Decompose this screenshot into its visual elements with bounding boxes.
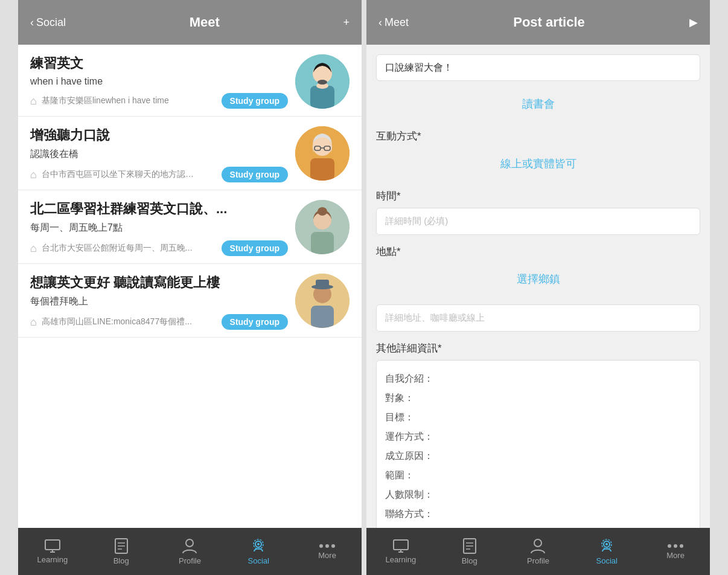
nav-learning-right[interactable]: Learning — [377, 539, 425, 564]
detail-line-8: 聯絡方式： — [385, 504, 691, 524]
detail-box[interactable]: 自我介紹： 對象： 目標： 運作方式： 成立原因： 範圍： 人數限制： 聯絡方式… — [376, 360, 700, 528]
nav-more-left[interactable]: More — [303, 544, 351, 560]
home-icon-1: ⌂ — [30, 95, 37, 108]
svg-point-46 — [674, 544, 677, 548]
right-bottom-nav: Learning Blog Profile — [366, 528, 710, 575]
svg-rect-34 — [394, 540, 408, 550]
nav-profile-label-right: Profile — [527, 556, 549, 565]
detail-line-6: 範圍： — [385, 466, 691, 485]
svg-rect-7 — [310, 158, 334, 181]
home-icon-3: ⌂ — [30, 242, 37, 255]
svg-point-31 — [319, 544, 323, 548]
study-group-badge-3: Study group — [222, 240, 288, 256]
svg-rect-13 — [311, 232, 334, 254]
meet-title-3: 北二區學習社群練習英文口說、... — [30, 200, 288, 218]
left-phone: ‹ Social Meet + 練習英文 when i have time ⌂ … — [18, 0, 362, 575]
location-select-button[interactable]: 選擇鄉鎮 — [376, 263, 700, 295]
time-input-placeholder[interactable]: 詳細時間 (必填) — [376, 208, 700, 235]
svg-rect-17 — [311, 306, 334, 328]
meet-subtitle-2: 認識後在橋 — [30, 148, 288, 161]
left-header-title: Meet — [190, 14, 220, 30]
avatar-2 — [295, 126, 350, 181]
detail-line-4: 運作方式： — [385, 427, 691, 446]
blog-icon — [115, 538, 128, 554]
meet-title-1: 練習英文 — [30, 54, 288, 72]
location-label: 地點* — [376, 245, 700, 259]
table-row[interactable]: 北二區學習社群練習英文口說、... 每周一、周五晚上7點 ⌂ 台北市大安區公館附… — [18, 190, 362, 264]
detail-line-1: 自我介紹： — [385, 369, 691, 388]
home-icon-2: ⌂ — [30, 169, 37, 181]
svg-point-32 — [325, 544, 329, 548]
meet-subtitle-4: 每個禮拜晚上 — [30, 295, 288, 308]
more-icon-left — [319, 544, 336, 548]
right-back-button[interactable]: ‹ Meet — [378, 16, 409, 29]
meet-location-2: 台中市西屯區可以坐下來聊天的地方認識... — [42, 169, 199, 180]
right-header-title: Post article — [513, 14, 585, 30]
nav-blog-label-right: Blog — [462, 556, 477, 565]
nav-more-label-right: More — [666, 551, 685, 560]
meet-location-1: 基隆市安樂區linewhen i have time — [42, 95, 199, 106]
add-button[interactable]: + — [343, 16, 350, 29]
svg-rect-20 — [45, 540, 60, 550]
nav-learning-left[interactable]: Learning — [28, 539, 77, 564]
svg-point-27 — [186, 539, 193, 547]
detail-line-2: 對象： — [385, 388, 691, 408]
meet-location-4: 高雄市岡山區LINE:monica8477每個禮... — [42, 316, 199, 327]
table-row[interactable]: 練習英文 when i have time ⌂ 基隆市安樂區linewhen i… — [18, 45, 362, 117]
meet-title-2: 增強聽力口說 — [30, 126, 288, 144]
svg-point-41 — [534, 539, 541, 547]
post-form: 讀書會 互動方式* 線上或實體皆可 時間* 詳細時間 (必填) 地點* 選擇鄉鎮… — [366, 45, 710, 528]
svg-rect-2 — [310, 86, 334, 109]
nav-social-label-right: Social — [596, 556, 618, 565]
detail-label: 其他詳細資訊* — [376, 341, 700, 355]
meet-list: 練習英文 when i have time ⌂ 基隆市安樂區linewhen i… — [18, 45, 362, 528]
table-row[interactable]: 增強聽力口說 認識後在橋 ⌂ 台中市西屯區可以坐下來聊天的地方認識... Stu… — [18, 117, 362, 190]
table-row[interactable]: 想讓英文更好 聽說讀寫能更上樓 每個禮拜晚上 ⌂ 高雄市岡山區LINE:moni… — [18, 264, 362, 338]
nav-blog-right[interactable]: Blog — [445, 538, 494, 565]
meet-subtitle-1: when i have time — [30, 76, 288, 87]
avatar-3 — [295, 200, 350, 254]
time-label: 時間* — [376, 189, 700, 203]
send-button[interactable]: ▶ — [689, 16, 698, 29]
social-icon-right — [598, 538, 615, 554]
svg-point-33 — [331, 544, 335, 548]
nav-blog-label-left: Blog — [113, 556, 129, 565]
study-group-badge-2: Study group — [222, 167, 288, 182]
svg-point-43 — [605, 543, 608, 545]
social-icon-left — [250, 538, 267, 554]
detail-line-3: 目標： — [385, 408, 691, 427]
nav-social-label-left: Social — [248, 556, 269, 565]
nav-profile-right[interactable]: Profile — [514, 538, 562, 565]
nav-more-label-left: More — [318, 551, 336, 560]
nav-more-right[interactable]: More — [651, 544, 700, 560]
study-group-badge-1: Study group — [222, 93, 288, 109]
location-detail-input[interactable]: 詳細地址、咖啡廳或線上 — [376, 304, 700, 332]
svg-point-47 — [680, 544, 683, 548]
nav-social-left[interactable]: Social — [234, 538, 283, 565]
avatar-1 — [295, 54, 350, 109]
svg-point-4 — [318, 80, 327, 85]
nav-social-right[interactable]: Social — [583, 538, 631, 565]
home-icon-4: ⌂ — [30, 316, 37, 329]
blog-icon-right — [463, 538, 476, 554]
svg-rect-19 — [316, 280, 329, 288]
avatar-4 — [295, 274, 350, 328]
nav-blog-left[interactable]: Blog — [97, 538, 145, 565]
detail-line-5: 成立原因： — [385, 446, 691, 466]
monitor-icon-right — [393, 539, 409, 553]
profile-icon-right — [531, 538, 545, 554]
right-phone: ‹ Meet Post article ▶ 讀書會 互動方式* 線上或實體皆可 … — [366, 0, 710, 575]
back-button[interactable]: ‹ Social — [30, 16, 66, 29]
svg-point-29 — [257, 543, 260, 545]
nav-learning-label-right: Learning — [386, 555, 417, 564]
interaction-button[interactable]: 線上或實體皆可 — [376, 148, 700, 179]
title-input[interactable] — [376, 54, 700, 81]
category-button[interactable]: 讀書會 — [376, 88, 700, 120]
study-group-badge-4: Study group — [222, 314, 288, 330]
nav-profile-left[interactable]: Profile — [165, 538, 214, 565]
nav-profile-label-left: Profile — [179, 556, 201, 565]
svg-point-45 — [668, 544, 671, 548]
right-header: ‹ Meet Post article ▶ — [366, 0, 710, 45]
detail-line-7: 人數限制： — [385, 485, 691, 504]
meet-location-3: 台北市大安區公館附近每周一、周五晚... — [42, 243, 199, 254]
